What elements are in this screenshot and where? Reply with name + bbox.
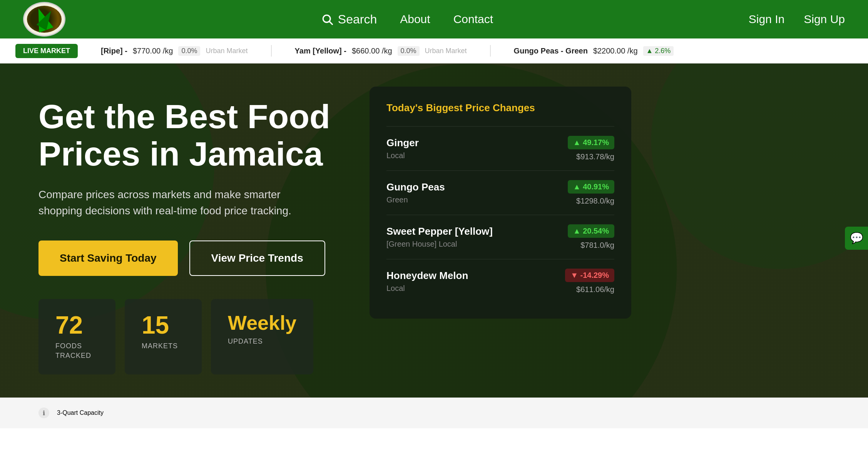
ticker-name-2: Gungo Peas - Green — [514, 47, 588, 55]
ticker-market-1: Urban Market — [425, 47, 467, 55]
item-name-pepper: Sweet Pepper [Yellow] — [386, 225, 493, 237]
hero-subtitle: Compare prices across markets and make s… — [38, 187, 300, 219]
item-name-melon: Honeydew Melon — [386, 270, 468, 282]
stat-updates-number: Weekly — [228, 313, 296, 333]
hero-left: Get the Best Food Prices in Jamaica Comp… — [38, 87, 339, 374]
ad-text: 3-Quart Capacity — [57, 409, 104, 416]
price-item-melon: Honeydew Melon Local ▼ -14.29% $611.06/k… — [386, 259, 614, 303]
search-label: Search — [338, 12, 377, 27]
price-badge-pepper: ▲ 20.54% — [568, 224, 614, 238]
view-trends-button[interactable]: View Price Trends — [189, 241, 325, 276]
navbar: Search About Contact Sign In Sign Up — [0, 0, 868, 38]
chat-icon: 💬 — [850, 232, 863, 244]
start-saving-button[interactable]: Start Saving Today — [38, 241, 178, 276]
stat-markets: 15 MARKETS — [125, 299, 202, 374]
price-item-right-melon: ▼ -14.29% $611.06/kg — [565, 269, 614, 294]
search-button[interactable]: Search — [321, 12, 377, 27]
ticker-name-1: Yam [Yellow] - — [295, 47, 346, 55]
ticker-divider-1 — [490, 45, 491, 57]
ticker-market-0: Urban Market — [206, 47, 248, 55]
hero-right: Today's Biggest Price Changes Ginger Loc… — [370, 87, 631, 319]
ticker-change-1: 0.0% — [398, 46, 420, 56]
hero-title: Get the Best Food Prices in Jamaica — [38, 98, 339, 173]
price-item-ginger: Ginger Local ▲ 49.17% $913.78/kg — [386, 126, 614, 170]
nav-center: Search About Contact — [321, 12, 493, 27]
item-name-gungo: Gungo Peas — [386, 181, 445, 193]
item-sub-ginger: Local — [386, 151, 419, 160]
signup-link[interactable]: Sign Up — [804, 13, 845, 26]
stat-foods-label: FOODSTRACKED — [55, 341, 99, 361]
item-name-ginger: Ginger — [386, 137, 419, 149]
item-sub-pepper: [Green House] Local — [386, 240, 493, 249]
ticker-item-0: [Ripe] - $770.00 /kg 0.0% Urban Market — [101, 46, 248, 56]
nav-right: Sign In Sign Up — [749, 13, 845, 26]
signin-link[interactable]: Sign In — [749, 13, 784, 26]
ticker-item-1: Yam [Yellow] - $660.00 /kg 0.0% Urban Ma… — [295, 46, 467, 56]
stat-foods: 72 FOODSTRACKED — [38, 299, 115, 374]
ticker-change-0: 0.0% — [178, 46, 200, 56]
item-sub-melon: Local — [386, 284, 468, 293]
price-item-right-pepper: ▲ 20.54% $781.0/kg — [568, 224, 614, 250]
chat-button[interactable]: 💬 — [845, 227, 868, 250]
stat-updates: Weekly UPDATES — [211, 299, 313, 374]
price-item-gungo: Gungo Peas Green ▲ 40.91% $1298.0/kg — [386, 170, 614, 215]
ticker-divider-0 — [271, 45, 272, 57]
price-item-right-ginger: ▲ 49.17% $913.78/kg — [568, 136, 614, 161]
stats-row: 72 FOODSTRACKED 15 MARKETS Weekly UPDATE… — [38, 299, 339, 374]
ticker-change-2: ▲ 2.6% — [643, 46, 674, 56]
ad-banner: ℹ 3-Quart Capacity — [0, 398, 868, 428]
price-item-left-pepper: Sweet Pepper [Yellow] [Green House] Loca… — [386, 225, 493, 249]
price-card-title: Today's Biggest Price Changes — [386, 102, 614, 114]
search-icon — [321, 13, 333, 25]
hero-buttons: Start Saving Today View Price Trends — [38, 241, 339, 276]
stat-markets-number: 15 — [142, 313, 185, 337]
ad-info-icon[interactable]: ℹ — [38, 408, 49, 418]
price-value-pepper: $781.0/kg — [568, 241, 614, 250]
live-badge: LIVE MARKET — [15, 44, 78, 58]
price-item-left-melon: Honeydew Melon Local — [386, 270, 468, 293]
ticker-price-1: $660.00 /kg — [352, 47, 392, 55]
ticker-price-0: $770.00 /kg — [133, 47, 173, 55]
price-value-ginger: $913.78/kg — [568, 152, 614, 161]
price-value-gungo: $1298.0/kg — [568, 197, 614, 205]
price-value-melon: $611.06/kg — [565, 285, 614, 294]
ticker-item-2: Gungo Peas - Green $2200.00 /kg ▲ 2.6% — [514, 46, 674, 56]
ticker-price-2: $2200.00 /kg — [593, 47, 638, 55]
ticker-name-0: [Ripe] - — [101, 47, 127, 55]
logo[interactable] — [23, 2, 65, 37]
price-badge-ginger: ▲ 49.17% — [568, 136, 614, 149]
stat-foods-number: 72 — [55, 313, 99, 337]
contact-link[interactable]: Contact — [453, 13, 493, 26]
ticker-bar: LIVE MARKET [Ripe] - $770.00 /kg 0.0% Ur… — [0, 38, 868, 63]
price-card: Today's Biggest Price Changes Ginger Loc… — [370, 87, 631, 319]
item-sub-gungo: Green — [386, 195, 445, 204]
stat-updates-label: UPDATES — [228, 337, 296, 346]
price-badge-gungo: ▲ 40.91% — [568, 180, 614, 194]
price-item-pepper: Sweet Pepper [Yellow] [Green House] Loca… — [386, 215, 614, 259]
about-link[interactable]: About — [400, 13, 430, 26]
price-item-left-ginger: Ginger Local — [386, 137, 419, 160]
hero-section: Get the Best Food Prices in Jamaica Comp… — [0, 63, 868, 398]
price-badge-melon: ▼ -14.29% — [565, 269, 614, 282]
price-item-left-gungo: Gungo Peas Green — [386, 181, 445, 204]
price-item-right-gungo: ▲ 40.91% $1298.0/kg — [568, 180, 614, 205]
svg-line-1 — [329, 22, 332, 24]
stat-markets-label: MARKETS — [142, 341, 185, 351]
